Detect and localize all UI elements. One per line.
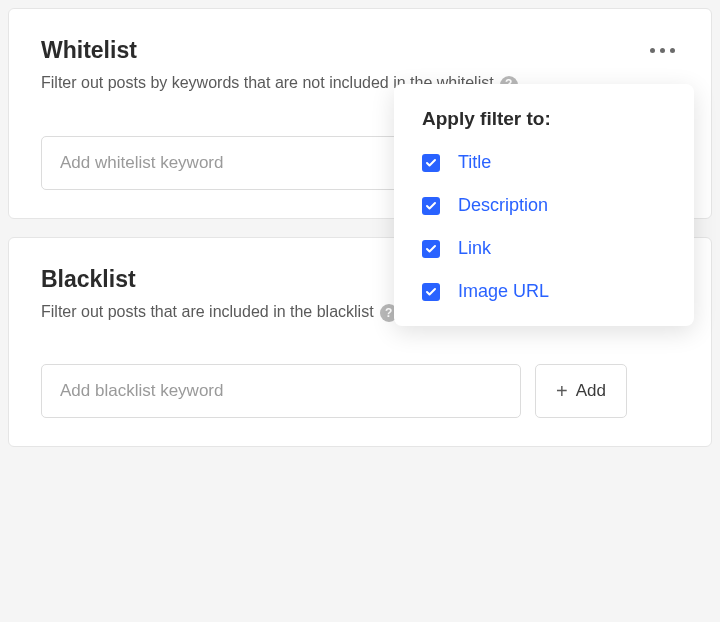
popover-title: Apply filter to: — [422, 108, 666, 130]
dots-icon — [660, 48, 665, 53]
whitelist-more-button[interactable] — [646, 44, 679, 57]
add-button-label: Add — [576, 381, 606, 401]
blacklist-add-button[interactable]: + Add — [535, 364, 627, 418]
filter-option-label: Title — [458, 152, 491, 173]
blacklist-input-row: + Add — [41, 364, 679, 418]
plus-icon: + — [556, 380, 568, 403]
filter-option-label: Image URL — [458, 281, 549, 302]
whitelist-title: Whitelist — [41, 37, 137, 64]
checkbox-checked-icon — [422, 197, 440, 215]
dots-icon — [650, 48, 655, 53]
filter-option-description[interactable]: Description — [422, 195, 666, 216]
checkbox-checked-icon — [422, 154, 440, 172]
filter-option-title[interactable]: Title — [422, 152, 666, 173]
filter-option-image-url[interactable]: Image URL — [422, 281, 666, 302]
filter-option-label: Description — [458, 195, 548, 216]
blacklist-keyword-input[interactable] — [41, 364, 521, 418]
checkbox-checked-icon — [422, 283, 440, 301]
whitelist-header: Whitelist — [41, 37, 679, 64]
filter-option-link[interactable]: Link — [422, 238, 666, 259]
blacklist-title: Blacklist — [41, 266, 136, 293]
blacklist-description: Filter out posts that are included in th… — [41, 299, 374, 325]
dots-icon — [670, 48, 675, 53]
apply-filter-popover: Apply filter to: Title Description Link … — [394, 84, 694, 326]
checkbox-checked-icon — [422, 240, 440, 258]
filter-option-label: Link — [458, 238, 491, 259]
